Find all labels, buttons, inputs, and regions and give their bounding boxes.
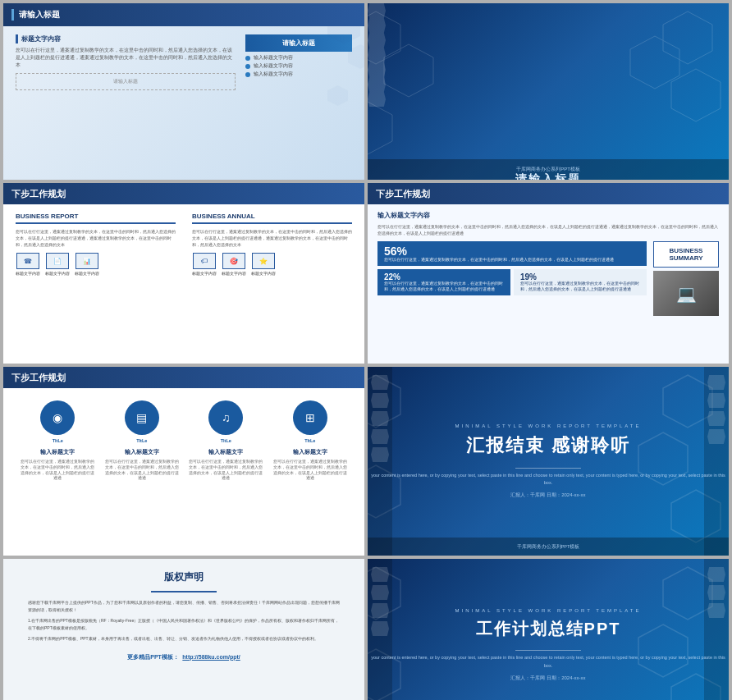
slide1-section-title: 标题文字内容: [16, 34, 236, 43]
slide6-minimal-text: MINIMAL STYLE WORK REPORT TEMPLATE: [455, 423, 641, 428]
circle-icon-4: ⊞: [293, 400, 327, 435]
icon-symbol-4: ⊞: [305, 411, 315, 424]
slide7-title: 版权声明: [28, 570, 340, 584]
target-icon: 🎯: [222, 253, 245, 269]
icon-label-1: 标题文字内容: [16, 271, 40, 276]
slide1-input-box: 请输入标题: [16, 73, 236, 90]
chart-icon: 📊: [75, 253, 98, 269]
icon-label-3: 标题文字内容: [75, 271, 99, 276]
slide7-link-row: 更多精品PPT模板： http://588ku.com/ppt/: [28, 647, 340, 662]
doc-icon: 📄: [46, 253, 69, 269]
info-label-1: 输入标题文字内容: [254, 55, 293, 61]
slide3-left-col: BUSINESS REPORT 您可以在行行这里，通案通过复制教学的文本，在这里…: [16, 213, 176, 276]
icon-body-2: 您可以在行行这里，通案通过复制教学的文本，在这里中击的同时和，然后通入您选择的文…: [104, 460, 181, 482]
dot-icon: [245, 56, 250, 61]
slide6-content: MINIMAL STYLE WORK REPORT TEMPLATE 汇报结束 …: [368, 367, 729, 556]
slide4-stats-row: 56% 您可以在行行这里，通案通过复制教学的文本，在这里中击的同时和，然后通入您…: [377, 241, 719, 316]
slide3-right-body: 您可以在行行这里，通案通过复制教学的文本，在这里中击的同时和，然后通入您选择的文…: [192, 228, 352, 248]
slide4-stat-3: 19% 您可以在行行这里，通案通过复制教学的文本，在这里中击的同时和，然后通入您…: [514, 269, 647, 295]
stat-num-1: 56%: [384, 245, 640, 258]
circle-icon-2: ▤: [125, 400, 159, 435]
icon-symbol-3: ♫: [222, 411, 231, 424]
slide4-input-title: 输入标题文字内容: [377, 211, 719, 220]
list-item: 🏷 标题文字内容: [192, 253, 217, 276]
icon-label-6: 标题文字内容: [251, 271, 276, 276]
slide4-biz-summary: BUSINESS SUMMARY: [653, 241, 719, 268]
slide5-icon-col-1: ◉ TItLe 输入标题文字 您可以在行行这里，通案通过复制教学的文本，在这里中…: [20, 400, 96, 482]
slide1-left: 标题文字内容 您可以在行行这里，通案通过复制教学的文本，在这里中击的同时和，然后…: [16, 34, 236, 90]
slide1-content: 标题文字内容 您可以在行行这里，通案通过复制教学的文本，在这里中击的同时和，然后…: [3, 26, 364, 98]
slide6-reporter: 汇报人：千库网 日期：2024-xx-xx: [510, 492, 585, 499]
hex-decoration: [315, 3, 364, 180]
slide5-icon-col-3: ♫ TItLe 输入标题文字 您可以在行行这里，通案通过复制教学的文本，在这里中…: [188, 400, 264, 482]
svg-marker-0: [663, 11, 712, 64]
slide3-top-bar: 下步工作规划: [3, 183, 364, 204]
list-item: 🎯 标题文字内容: [222, 253, 246, 276]
slide3-title: 下步工作规划: [11, 188, 66, 200]
slide6-divider: [515, 468, 581, 469]
slide8-divider: [515, 650, 581, 651]
slide8-minimal-text: MINIMAL STYLE WORK REPORT TEMPLATE: [455, 608, 641, 613]
slide8-reporter: 汇报人：千库网 日期：2024-xx-xx: [510, 675, 585, 682]
circle-icon-1: ◉: [40, 400, 75, 435]
info-label-2: 输入标题文字内容: [254, 63, 293, 69]
slide-8: MINIMAL STYLE WORK REPORT TEMPLATE 工作计划总…: [368, 559, 729, 700]
slide3-right-col: BUSINESS ANNUAL 您可以在行行这里，通案通过复制教学的文本，在这里…: [192, 213, 352, 276]
slide4-top-bar: 下步工作规划: [368, 183, 729, 204]
icon-symbol-1: ◉: [53, 411, 62, 424]
laptop-image: 💻: [653, 271, 719, 316]
slide1-top-bar: 请输入标题: [3, 3, 364, 26]
slide7-divider: [151, 591, 217, 592]
stat-label-1: 您可以在行行这里，通案通过复制教学的文本，在这里中击的同时和，然后通入您选择的文…: [384, 258, 640, 263]
icon-label-2: 标题文字内容: [45, 271, 70, 276]
slide1-top-title: 请输入标题: [19, 9, 60, 21]
icon-subtitle-4: TItLe: [304, 438, 315, 443]
slide-7: 版权声明 感谢您下载千库网平台上提供的PPT作品，为了您和千库网以及原创作者的利…: [3, 559, 364, 700]
icon-main-title-2: 输入标题文字: [125, 448, 159, 456]
slide3-left-body: 您可以在行行这里，通案通过复制教学的文本，在这里中击的同时和，然后通入您选择的文…: [16, 228, 176, 248]
svg-marker-4: [384, 44, 433, 97]
info-label-3: 输入标题文字内容: [254, 71, 293, 77]
slide6-sub-text: your content is entered here, or by copy…: [368, 472, 729, 487]
slide-1: 请输入标题 标题文字内容 您可以在行行这里，通案通过复制教学的文本，在这里中击的…: [3, 3, 364, 180]
svg-marker-1: [630, 36, 679, 89]
slide7-content: 版权声明 感谢您下载千库网平台上提供的PPT作品，为了您和千库网以及原创作者的利…: [3, 559, 364, 674]
slide4-stats-col: 56% 您可以在行行这里，通案通过复制教学的文本，在这里中击的同时和，然后通入您…: [377, 241, 647, 295]
tag-icon: 🏷: [193, 253, 216, 269]
phone-icon: ☎: [16, 253, 39, 269]
slide4-stat-1: 56% 您可以在行行这里，通案通过复制教学的文本，在这里中击的同时和，然后通入您…: [377, 241, 647, 266]
slide-2: 请输入标题 您可以在行行这里，通案通过复制教学的文本，在这里中击的同时和，然后通…: [368, 3, 729, 180]
icon-main-title-3: 输入标题文字: [208, 448, 243, 456]
icon-subtitle-3: TItLe: [221, 438, 231, 443]
dot-icon: [245, 72, 250, 77]
slide-grid: 请输入标题 标题文字内容 您可以在行行这里，通案通过复制教学的文本，在这里中击的…: [0, 0, 732, 700]
slide4-stat-2: 22% 您可以在行行这里，通案通过复制教学的文本，在这里中击的同时和，然后通入您…: [377, 269, 510, 295]
stat-num-2: 22%: [384, 272, 504, 281]
slide5-top-bar: 下步工作规划: [3, 367, 364, 388]
slide-6: MINIMAL STYLE WORK REPORT TEMPLATE 汇报结束 …: [368, 367, 729, 556]
slide2-main-title: 请输入标题: [515, 172, 581, 180]
list-item: 📊 标题文字内容: [75, 253, 99, 276]
star-icon: ⭐: [252, 253, 275, 269]
slide8-sub-text: your content is entered here, or by copy…: [368, 654, 729, 670]
slide2-content: 请输入标题 您可以在行行这里，通案通过复制教学的文本，在这里中击的同时和，然后通…: [368, 107, 729, 180]
slide8-content: MINIMAL STYLE WORK REPORT TEMPLATE 工作计划总…: [368, 559, 729, 700]
list-item: 📄 标题文字内容: [45, 253, 70, 276]
slide5-icon-col-4: ⊞ TItLe 输入标题文字 您可以在行行这里，通案通过复制教学的文本，在这里中…: [272, 400, 349, 482]
slide-3: 下步工作规划 BUSINESS REPORT 您可以在行行这里，通案通过复制教学…: [3, 183, 364, 364]
stat-label-3: 您可以在行行这里，通案通过复制教学的文本，在这里中击的同时和，然后通入您选择的文…: [520, 281, 640, 292]
slide7-link-url[interactable]: http://588ku.com/ppt/: [182, 654, 240, 660]
circle-icon-3: ♫: [208, 400, 243, 435]
slide3-right-title: BUSINESS ANNUAL: [192, 213, 352, 224]
slide1-bar-accent: [11, 9, 14, 21]
biz-title: BUSINESS SUMMARY: [661, 247, 711, 262]
slide3-icon-row-left: ☎ 标题文字内容 📄 标题文字内容 📊 标题文字内容: [16, 253, 176, 276]
slide8-main-title: 工作计划总结PPT: [476, 618, 621, 640]
slide1-input-label: 请输入标题: [113, 79, 138, 84]
icon-body-3: 您可以在行行这里，通案通过复制教学的文本，在这里中击的同时和，然后通入您选择的文…: [188, 460, 264, 482]
slide3-content: BUSINESS REPORT 您可以在行行这里，通案通过复制教学的文本，在这里…: [3, 204, 364, 284]
icon-symbol-2: ▤: [136, 411, 147, 424]
icon-subtitle-1: TItLe: [53, 438, 63, 443]
stat-label-2: 您可以在行行这里，通案通过复制教学的文本，在这里中击的同时和，然后通入您选择的文…: [384, 281, 504, 292]
slide5-icon-grid: ◉ TItLe 输入标题文字 您可以在行行这里，通案通过复制教学的文本，在这里中…: [3, 388, 364, 490]
